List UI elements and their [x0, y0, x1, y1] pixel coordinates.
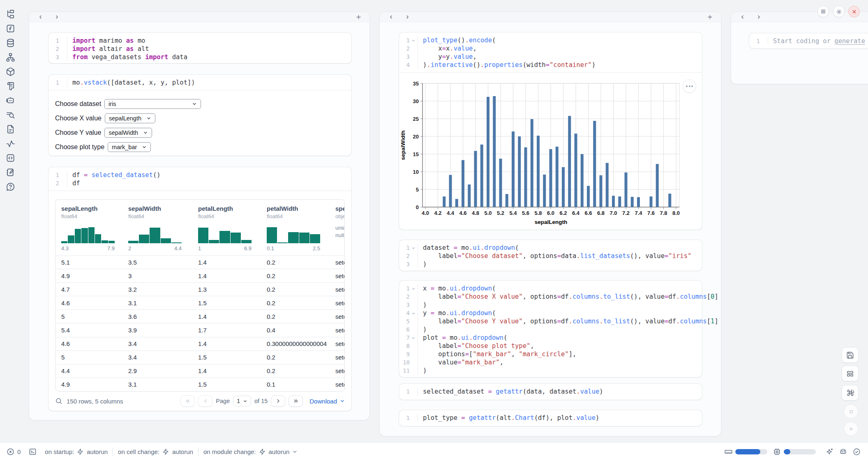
column-header-species[interactable]: speciesobjectunique:nulls:: [330, 200, 345, 255]
fold-icon[interactable]: [410, 309, 417, 317]
fold-icon[interactable]: [410, 284, 417, 293]
helper-functions-icon: [6, 24, 15, 33]
dropdown-choose-y-value[interactable]: sepalWidth: [104, 128, 152, 138]
add-cell-button[interactable]: [705, 13, 715, 21]
sidebar-item-packages[interactable]: [5, 67, 16, 81]
chart-menu-button[interactable]: [683, 79, 696, 93]
chevron-left-icon[interactable]: [35, 13, 45, 21]
terminal-button[interactable]: [29, 448, 37, 456]
histogram[interactable]: [128, 224, 182, 243]
table-row[interactable]: 4.42.91.40.2setosa: [55, 364, 344, 378]
table-row[interactable]: 4.93.11.50.1setosa: [55, 378, 344, 391]
code-editor-vstack[interactable]: 1mo.vstack([dataset, x, y, plot]): [48, 75, 351, 90]
bar-chart[interactable]: 4.04.24.44.64.85.05.25.45.65.86.06.26.46…: [399, 73, 702, 230]
runtime-config-on-module-change[interactable]: on module change:autorun: [203, 448, 298, 455]
save-button[interactable]: [842, 347, 859, 363]
add-cell-button[interactable]: [353, 13, 363, 21]
cell-dataset-dropdown[interactable]: 1dataset = mo.ui.dropdown(2 label="Choos…: [399, 240, 702, 271]
table-row[interactable]: 4.63.11.50.2setosa: [55, 296, 344, 309]
cell-vstack[interactable]: 1mo.vstack([dataset, x, y, plot]) Choose…: [48, 75, 351, 156]
code-editor-dataset[interactable]: 1dataset = mo.ui.dropdown(2 label="Choos…: [399, 240, 702, 272]
cell-imports[interactable]: 1import marimo as mo2import altair as al…: [48, 33, 351, 63]
cell-new[interactable]: 1 Start coding or generate with AI: [749, 33, 868, 48]
editor-placeholder[interactable]: Start coding or generate with AI: [768, 37, 868, 45]
cell-selected-dataset[interactable]: 1selected_dataset = getattr(data, datase…: [399, 384, 702, 400]
table-row[interactable]: 4.73.21.30.2setosa: [55, 282, 344, 296]
histogram[interactable]: [198, 224, 252, 243]
search-icon[interactable]: [55, 397, 62, 405]
next-page-button[interactable]: [271, 395, 285, 407]
memory-usage[interactable]: [725, 448, 767, 456]
sidebar-item-variables-search[interactable]: [5, 110, 16, 124]
histogram[interactable]: [61, 224, 115, 243]
sidebar-item-dependency-graph[interactable]: [5, 53, 16, 67]
code-editor-plot[interactable]: 1plot_type().encode(2 x=x.value,3 y=y.va…: [399, 32, 702, 72]
table-row[interactable]: 4.63.41.40.3000000000000004setosa: [55, 337, 344, 350]
cell-xy-dropdowns[interactable]: 1x = mo.ui.dropdown(2 label="Choose X va…: [399, 281, 702, 377]
last-page-button[interactable]: [289, 395, 303, 407]
column-header-petalWidth[interactable]: petalWidthfloat640.12.5: [261, 200, 330, 255]
sidebar-item-help[interactable]: [5, 182, 16, 196]
table-row[interactable]: 53.41.50.2setosa: [55, 350, 344, 364]
download-button[interactable]: Download: [309, 398, 345, 405]
column-header-sepalLength[interactable]: sepalLengthfloat644.37.9: [55, 200, 122, 255]
code-editor-df[interactable]: 1df = selected_dataset()2df: [48, 167, 351, 191]
dropdown-choose-dataset[interactable]: iris: [104, 99, 201, 109]
prev-page-button[interactable]: [198, 395, 212, 407]
svg-text:sepalLength: sepalLength: [535, 219, 568, 225]
chevron-right-icon[interactable]: [402, 13, 412, 21]
sidebar-item-logs[interactable]: [5, 81, 16, 96]
sidebar-item-snippets[interactable]: [5, 153, 16, 168]
notebook-menu-button[interactable]: [817, 6, 829, 17]
table-row[interactable]: 53.61.40.2setosa: [55, 309, 344, 323]
sidebar-item-datasources[interactable]: [5, 38, 16, 53]
gutter: 1: [399, 244, 418, 252]
table-row[interactable]: 4.931.40.2setosa: [55, 269, 344, 282]
sidebar-item-ai-chat[interactable]: [5, 96, 16, 110]
chevron-right-icon[interactable]: [754, 13, 764, 21]
layout-button[interactable]: [842, 366, 859, 381]
runtime-config-on-cell-change[interactable]: on cell change:autorun: [118, 448, 193, 455]
sidebar-item-documentation[interactable]: [5, 124, 16, 139]
sidebar-item-scratchpad[interactable]: [5, 168, 16, 182]
runtime-config-on-startup[interactable]: on startup:autorun: [45, 448, 108, 455]
table-row[interactable]: 5.13.51.40.2setosa: [55, 255, 344, 269]
sparkles-icon: [826, 448, 833, 456]
code-editor-controls[interactable]: 1x = mo.ui.dropdown(2 label="Choose X va…: [399, 281, 702, 378]
chevron-right-icon[interactable]: [52, 13, 62, 21]
fold-icon[interactable]: [410, 244, 417, 252]
sidebar-item-tracing[interactable]: [5, 139, 16, 153]
page-select[interactable]: 1: [233, 396, 251, 406]
code-editor-selected[interactable]: 1selected_dataset = getattr(data, datase…: [399, 384, 702, 399]
cell-plot[interactable]: 1plot_type().encode(2 x=x.value,3 y=y.va…: [399, 32, 702, 230]
cell-plot-type[interactable]: 1plot_type = getattr(alt.Chart(df), plot…: [399, 410, 702, 426]
shutdown-button[interactable]: [848, 6, 860, 17]
fold-icon[interactable]: [410, 334, 417, 342]
fold-icon[interactable]: [410, 36, 417, 44]
error-count[interactable]: 0: [7, 448, 21, 456]
connection-status[interactable]: [853, 448, 861, 456]
cpu-usage[interactable]: [773, 448, 816, 456]
table-row[interactable]: 5.43.91.70.4setosa: [55, 323, 344, 337]
dropdown-choose-plot-type[interactable]: mark_bar: [108, 142, 151, 152]
sidebar-item-helper-functions[interactable]: [5, 24, 16, 38]
code-editor-imports[interactable]: 1import marimo as mo2import altair as al…: [48, 33, 351, 65]
dropdown-choose-x-value[interactable]: sepalLength: [105, 113, 155, 123]
chevron-left-icon[interactable]: [737, 13, 747, 21]
command-palette-button[interactable]: [842, 385, 859, 401]
sidebar-item-file-explorer[interactable]: [5, 9, 16, 24]
settings-button[interactable]: [833, 6, 845, 17]
stop-button[interactable]: [844, 404, 858, 419]
column-header-petalLength[interactable]: petalLengthfloat6416.9: [192, 200, 261, 255]
cell-dataframe[interactable]: 1df = selected_dataset()2df sepalLengthf…: [48, 167, 351, 411]
ai-assist-button[interactable]: [826, 448, 833, 456]
code-editor-plot_type[interactable]: 1plot_type = getattr(alt.Chart(df), plot…: [399, 410, 702, 425]
svg-text:5.8: 5.8: [534, 210, 542, 216]
run-button[interactable]: [844, 422, 858, 436]
copilot-button[interactable]: [839, 448, 847, 456]
file-explorer-icon: [6, 9, 15, 19]
histogram[interactable]: [267, 224, 320, 243]
chevron-left-icon[interactable]: [386, 13, 396, 21]
column-header-sepalWidth[interactable]: sepalWidthfloat6424.4: [122, 200, 192, 255]
first-page-button[interactable]: [180, 395, 195, 407]
